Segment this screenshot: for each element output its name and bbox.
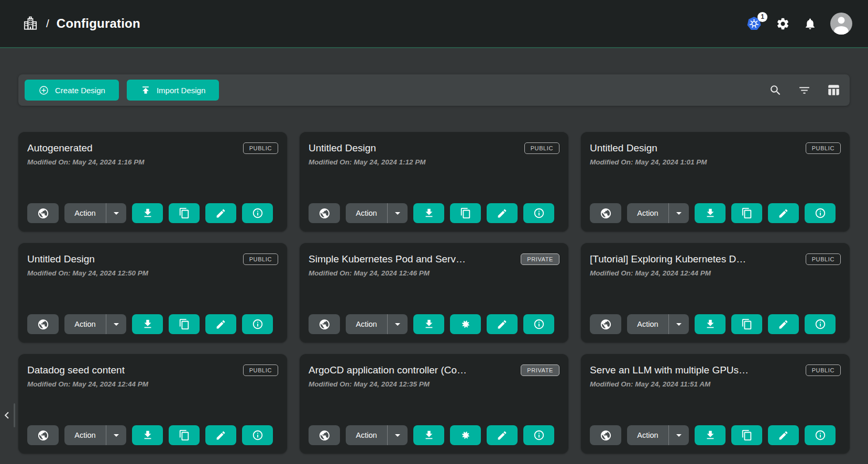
kubernetes-context-button[interactable]: 1 [746,16,762,32]
clone-button[interactable] [731,425,762,445]
design-card-actions: Action [590,314,841,334]
action-button[interactable]: Action [64,425,106,445]
globe-icon [37,318,49,330]
download-button[interactable] [132,425,163,445]
edit-button[interactable] [768,425,799,445]
edit-button[interactable] [487,203,518,223]
action-button[interactable]: Action [346,203,387,223]
visibility-globe-button[interactable] [590,314,621,334]
edit-button[interactable] [205,314,236,334]
action-dropdown-caret[interactable] [669,314,689,334]
pencil-icon [497,319,508,330]
filter-icon[interactable] [798,84,811,97]
visibility-globe-button[interactable] [309,314,340,334]
clone-button[interactable] [731,314,762,334]
info-button[interactable] [242,203,273,223]
kubernetes-context-count-badge: 1 [757,12,767,22]
visibility-globe-button[interactable] [27,314,59,334]
breadcrumb: / Configuration [22,15,140,32]
download-button[interactable] [695,314,726,334]
info-button[interactable] [242,425,273,445]
action-button[interactable]: Action [627,314,668,334]
info-icon [815,429,826,441]
user-avatar[interactable] [830,13,852,35]
globe-icon [600,429,612,441]
clone-button[interactable] [169,425,200,445]
edit-button[interactable] [487,425,518,445]
action-dropdown-caret[interactable] [106,425,126,445]
create-design-label: Create Design [55,86,105,95]
design-card-header: [Tutorial] Exploring Kubernetes D… PUBLI… [590,253,841,265]
clone-button[interactable] [169,314,200,334]
clone-button[interactable] [169,203,200,223]
pencil-icon [778,430,789,441]
visibility-badge: PUBLIC [243,253,278,265]
download-button[interactable] [695,203,726,223]
edit-button[interactable] [768,203,799,223]
action-button[interactable]: Action [346,425,387,445]
building-icon[interactable] [22,15,39,32]
settings-gear-icon[interactable] [776,17,790,31]
info-button[interactable] [805,314,836,334]
visibility-globe-button[interactable] [27,425,59,445]
download-button[interactable] [413,314,444,334]
info-button[interactable] [523,203,554,223]
info-button[interactable] [805,203,836,223]
breadcrumb-separator: / [46,17,49,30]
action-button[interactable]: Action [627,425,668,445]
circle-plus-icon [38,85,49,96]
action-dropdown-caret[interactable] [106,314,126,334]
modified-on-text: Modified On: May 24, 2024 12:44 PM [27,380,278,388]
design-spiral-button[interactable] [450,314,481,334]
action-button[interactable]: Action [627,203,668,223]
search-icon[interactable] [769,84,782,97]
info-button[interactable] [242,314,273,334]
sidebar-collapse-handle[interactable] [0,401,15,429]
info-button[interactable] [523,425,554,445]
visibility-globe-button[interactable] [309,425,340,445]
download-button[interactable] [413,203,444,223]
caret-down-icon [391,318,404,330]
download-button[interactable] [413,425,444,445]
table-view-icon[interactable] [827,83,840,97]
action-split-button: Action [64,314,126,334]
visibility-globe-button[interactable] [590,203,621,223]
design-card-header: ArgoCD application controller (Co… PRIVA… [309,364,559,376]
action-dropdown-caret[interactable] [388,425,408,445]
edit-button[interactable] [768,314,799,334]
modified-on-text: Modified On: May 24, 2024 1:12 PM [309,158,559,166]
clone-button[interactable] [731,203,762,223]
edit-button[interactable] [205,203,236,223]
design-card-actions: Action [27,203,278,223]
edit-button[interactable] [205,425,236,445]
download-button[interactable] [132,314,163,334]
action-dropdown-caret[interactable] [106,203,126,223]
action-dropdown-caret[interactable] [669,203,689,223]
design-spiral-button[interactable] [450,425,481,445]
modified-on-text: Modified On: May 24, 2024 1:01 PM [590,158,841,166]
action-dropdown-caret[interactable] [388,203,408,223]
download-button[interactable] [132,203,163,223]
action-button[interactable]: Action [64,203,106,223]
visibility-globe-button[interactable] [27,203,59,223]
chevron-left-icon [0,408,14,422]
action-dropdown-caret[interactable] [669,425,689,445]
visibility-globe-button[interactable] [590,425,621,445]
globe-icon [318,207,331,219]
info-button[interactable] [805,425,836,445]
action-button[interactable]: Action [64,314,106,334]
notifications-bell-icon[interactable] [804,17,817,30]
action-button[interactable]: Action [346,314,387,334]
clone-button[interactable] [450,203,481,223]
design-title: Untitled Design [590,142,657,154]
visibility-badge: PUBLIC [243,142,278,154]
download-icon [423,207,435,219]
edit-button[interactable] [487,314,518,334]
info-button[interactable] [523,314,554,334]
create-design-button[interactable]: Create Design [25,80,119,101]
action-dropdown-caret[interactable] [388,314,408,334]
download-button[interactable] [695,425,726,445]
design-card-actions: Action [590,203,841,223]
import-design-button[interactable]: Import Design [127,80,219,101]
visibility-globe-button[interactable] [309,203,340,223]
